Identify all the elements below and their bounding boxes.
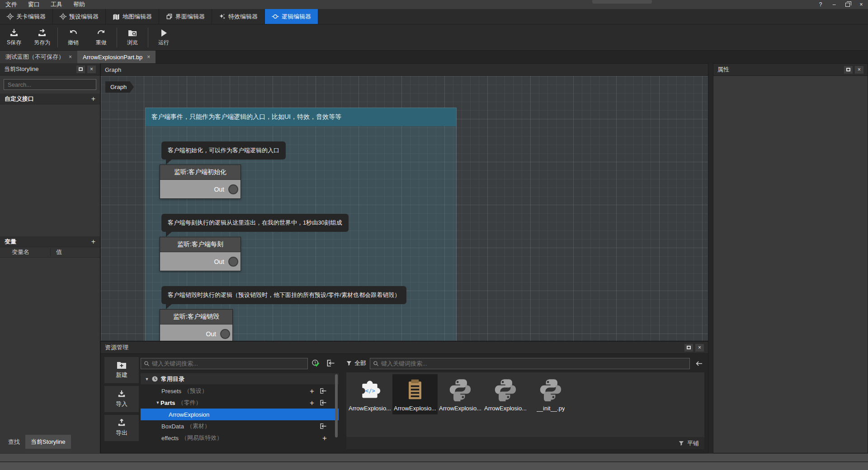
variables-column-header: 变量名 值 <box>0 247 100 258</box>
resource-search-input[interactable] <box>152 360 305 367</box>
close-icon[interactable]: × <box>855 66 863 74</box>
minimize-icon[interactable]: – <box>827 0 841 9</box>
file-item-init-py[interactable]: __init__.py <box>528 374 573 414</box>
tree-item-presets[interactable]: Presets （预设） + <box>141 385 339 397</box>
new-button[interactable]: 新建 <box>104 357 139 383</box>
tab-find[interactable]: 查找 <box>3 435 25 449</box>
tree-annotation: （预设） <box>184 387 208 395</box>
tab-preset-editor[interactable]: 预设编辑器 <box>53 9 106 24</box>
import-into-icon[interactable] <box>320 388 327 394</box>
maximize-icon[interactable] <box>76 66 85 73</box>
graph-canvas[interactable]: Graph 客户端事件，只能作为客户端逻辑的入口，比如UI，特效，音效等等 客户… <box>101 76 708 341</box>
import-into-icon[interactable] <box>320 400 327 406</box>
tab-map-editor[interactable]: 地图编辑器 <box>106 9 159 24</box>
pin-label: Out <box>214 258 224 265</box>
out-pin[interactable] <box>228 184 238 194</box>
storyline-panel: 当前Storyline × 自定义接口 + 变量 + 变量名 值 查找 当前St… <box>0 63 100 453</box>
tab-label: 逻辑编辑器 <box>282 13 311 21</box>
variables-section: 变量 + 变量名 值 <box>0 236 100 258</box>
file-search[interactable] <box>370 358 690 369</box>
maximize-icon[interactable] <box>684 344 693 352</box>
node-body: Out <box>160 252 241 271</box>
menu-tools[interactable]: 工具 <box>45 0 68 9</box>
file-item-python[interactable]: ArrowExplosio... <box>483 374 528 414</box>
close-icon[interactable]: × <box>695 344 704 352</box>
import-into-icon[interactable] <box>326 359 335 367</box>
tab-fx-editor[interactable]: 特效编辑器 <box>212 9 265 24</box>
node-listen-client-init[interactable]: 监听:客户端初始化 Out <box>160 164 241 199</box>
tab-level-editor[interactable]: 关卡编辑器 <box>0 9 53 24</box>
caret-down-icon[interactable]: ▼ <box>144 377 150 381</box>
browse-button[interactable]: 浏览 <box>118 25 146 50</box>
file-label: ArrowExplosio... <box>439 405 481 412</box>
menu-window[interactable]: 窗口 <box>23 0 45 9</box>
file-item-clipboard[interactable]: ArrowExplosio... <box>392 374 438 414</box>
close-icon[interactable]: × <box>854 0 868 9</box>
node-title[interactable]: 监听:客户端销毁 <box>160 310 232 324</box>
help-icon[interactable]: ? <box>814 0 827 9</box>
view-mode-button[interactable]: 平铺 <box>687 439 699 447</box>
add-icon[interactable]: + <box>310 399 314 407</box>
export-button[interactable]: 导出 <box>104 415 139 441</box>
tab-label: 地图编辑器 <box>123 13 152 21</box>
add-icon[interactable]: + <box>322 434 327 442</box>
section-label: 变量 <box>5 238 16 246</box>
tree-item-arrowexplosion[interactable]: ArrowExplosion <box>141 409 339 420</box>
tab-ui-editor[interactable]: 界面编辑器 <box>159 9 212 24</box>
tree-scrollbar[interactable] <box>335 374 338 437</box>
file-search-input[interactable] <box>381 360 687 367</box>
maximize-icon[interactable] <box>844 66 853 74</box>
close-icon[interactable]: × <box>69 54 72 60</box>
custom-interface-section[interactable]: 自定义接口 + <box>0 94 100 104</box>
new-folder-icon <box>117 361 127 369</box>
menu-file[interactable]: 文件 <box>0 0 23 9</box>
add-icon[interactable]: + <box>91 238 95 246</box>
tree-label: effects <box>161 435 179 442</box>
node-listen-client-tick[interactable]: 监听:客户端每刻 Out <box>160 237 241 271</box>
tree-item-effects[interactable]: effects （网易版特效） + <box>141 432 339 444</box>
tree-root-common-dirs[interactable]: ▼ 常用目录 <box>141 373 339 385</box>
doc-tab-test-blueprint[interactable]: 测试蓝图（不可保存） × <box>0 51 77 63</box>
file-item-python[interactable]: ArrowExplosio... <box>438 374 483 414</box>
close-icon[interactable]: × <box>147 54 150 60</box>
graph-breadcrumb[interactable]: Graph <box>105 81 134 93</box>
tab-current-storyline[interactable]: 当前Storyline <box>25 435 71 449</box>
add-icon[interactable]: + <box>91 95 95 103</box>
save-button[interactable]: S保存 <box>0 25 28 50</box>
node-title[interactable]: 监听:客户端每刻 <box>160 237 241 252</box>
python-icon <box>493 377 518 402</box>
validate-check-icon[interactable] <box>311 359 320 367</box>
add-icon[interactable]: + <box>310 387 314 395</box>
comment-text: 客户端销毁时执行的逻辑（预设销毁时，他下面挂的所有预设/零件/素材也都会跟着销毁… <box>168 291 400 298</box>
menu-help[interactable]: 帮助 <box>68 0 90 9</box>
pin-label: Out <box>214 186 224 193</box>
out-pin[interactable] <box>228 257 238 267</box>
tree-item-parts[interactable]: ▼ Parts （零件） + <box>141 397 339 409</box>
import-button[interactable]: 导入 <box>104 386 139 412</box>
node-comment-bubble: 客户端初始化，可以作为客户端逻辑的入口 <box>161 141 286 160</box>
resource-search[interactable] <box>141 358 308 369</box>
undo-button[interactable]: 撤销 <box>59 25 87 50</box>
toolbar-separator <box>148 28 148 47</box>
redo-button[interactable]: 重做 <box>87 25 115 50</box>
graph-panel: Graph Graph 客户端事件，只能作为客户端逻辑的入口，比如UI，特效，音… <box>100 63 708 341</box>
comment-region-header[interactable]: 客户端事件，只能作为客户端逻辑的入口，比如UI，特效，音效等等 <box>146 108 456 126</box>
file-item-blueprint[interactable]: </> ArrowExplosio... <box>347 374 392 414</box>
node-title[interactable]: 监听:客户端初始化 <box>160 165 241 180</box>
import-into-icon[interactable] <box>320 423 327 429</box>
close-icon[interactable]: × <box>87 66 96 73</box>
storyline-search-input[interactable] <box>4 79 96 90</box>
restore-icon[interactable] <box>841 0 854 9</box>
save-as-button[interactable]: 另存为 <box>28 25 56 50</box>
collapse-left-icon[interactable] <box>693 361 704 367</box>
caret-down-icon[interactable]: ▼ <box>155 400 160 405</box>
tab-logic-editor[interactable]: 逻辑编辑器 <box>265 9 318 24</box>
variables-header[interactable]: 变量 + <box>0 236 100 247</box>
filter-all-button[interactable]: 全部 <box>346 359 366 367</box>
out-pin[interactable] <box>220 329 230 339</box>
run-button[interactable]: 运行 <box>150 25 178 50</box>
tree-item-boxdata[interactable]: BoxData （素材） <box>141 420 339 432</box>
node-listen-client-destroy[interactable]: 监听:客户端销毁 Out <box>160 309 233 341</box>
toolbar-separator <box>57 28 58 47</box>
doc-tab-arrowexplosionpart[interactable]: ArrowExplosionPart.bp × <box>77 51 156 63</box>
